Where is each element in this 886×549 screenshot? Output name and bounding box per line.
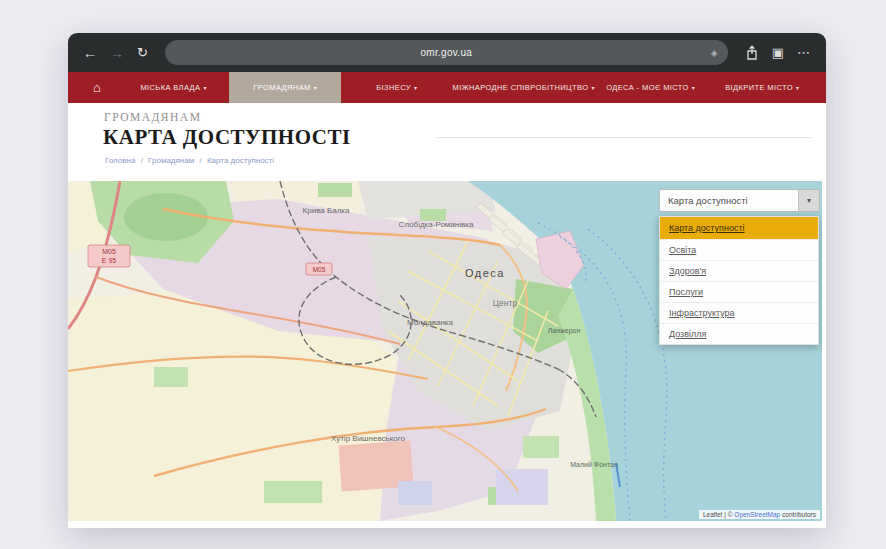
chevron-down-icon: ▾ bbox=[414, 84, 417, 91]
home-icon[interactable]: ⌂ bbox=[76, 72, 118, 103]
map-label: Центр bbox=[493, 298, 518, 308]
dropdown-option-dozvillya[interactable]: Дозвілля bbox=[660, 323, 818, 344]
chevron-down-icon: ▾ bbox=[807, 196, 811, 205]
forward-icon[interactable]: → bbox=[110, 46, 124, 60]
url-badge-icon[interactable]: ◈ bbox=[711, 48, 718, 58]
page-content: ГРОМАДЯНАМ КАРТА ДОСТУПНОСТІ Головна / Г… bbox=[68, 103, 826, 528]
breadcrumb-hromadianam[interactable]: Громадянам bbox=[148, 156, 194, 165]
breadcrumb-separator: / bbox=[199, 156, 201, 165]
chevron-down-icon: ▾ bbox=[314, 84, 317, 91]
map-label: Крива Балка bbox=[303, 206, 350, 215]
map-label: Ланжерон bbox=[548, 327, 581, 335]
nav-item-biznesu[interactable]: БІЗНЕСУ ▾ bbox=[341, 72, 453, 103]
new-tab-icon[interactable]: ▣ bbox=[772, 45, 784, 60]
map-label: Хутір Вишневського bbox=[331, 434, 405, 443]
road-badge-m05-small: М05 bbox=[306, 263, 332, 275]
map: М05 Е 95 М05 Крива Балка Слобідка-Романі… bbox=[68, 181, 822, 521]
reload-icon[interactable]: ↻ bbox=[137, 46, 148, 59]
dropdown-option-zdorovya[interactable]: Здоров'я bbox=[660, 260, 818, 281]
chevron-down-icon: ▾ bbox=[692, 84, 695, 91]
svg-text:М05: М05 bbox=[102, 248, 116, 255]
attribution-osm-link[interactable]: OpenStreetMap bbox=[734, 511, 780, 518]
dropdown-option-posluhy[interactable]: Послуги bbox=[660, 281, 818, 302]
road-badge-m05: М05 Е 95 bbox=[88, 245, 130, 267]
nav-item-label: БІЗНЕСУ bbox=[376, 83, 411, 92]
page-title: КАРТА ДОСТУПНОСТІ bbox=[103, 125, 351, 150]
breadcrumb-current: Карта доступності bbox=[207, 156, 274, 165]
nav-item-vidkryte-misto[interactable]: ВІДКРИТЕ МІСТО ▾ bbox=[706, 72, 818, 103]
section-label: ГРОМАДЯНАМ bbox=[104, 111, 826, 123]
chevron-down-icon: ▾ bbox=[591, 84, 594, 91]
chevron-down-icon: ▾ bbox=[796, 84, 799, 91]
nav-item-label: ГРОМАДЯНАМ bbox=[253, 83, 310, 92]
url-text: omr.gov.ua bbox=[420, 47, 472, 58]
browser-toolbar: ← → ↻ omr.gov.ua ◈ ▣ ⋯ bbox=[68, 33, 826, 72]
map-attribution: Leaflet | © OpenStreetMap contributors bbox=[699, 510, 820, 519]
nav-item-odesa-moe-misto[interactable]: ОДЕСА - МОЄ МІСТО ▾ bbox=[595, 72, 707, 103]
category-select[interactable]: Карта доступності ▾ bbox=[659, 189, 820, 212]
nav-item-miska-vlada[interactable]: МІСЬКА ВЛАДА ▾ bbox=[118, 72, 230, 103]
category-select-value: Карта доступності bbox=[660, 195, 798, 206]
browser-window: ← → ↻ omr.gov.ua ◈ ▣ ⋯ ⌂ МІСЬКА ВЛАДА ▾ bbox=[68, 33, 826, 528]
attribution-prefix: Leaflet | © bbox=[703, 511, 734, 518]
nav-item-label: ОДЕСА - МОЄ МІСТО bbox=[606, 83, 689, 92]
main-navigation: ⌂ МІСЬКА ВЛАДА ▾ ГРОМАДЯНАМ ▾ БІЗНЕСУ ▾ … bbox=[68, 72, 826, 103]
nav-item-label: МІСЬКА ВЛАДА bbox=[140, 83, 200, 92]
breadcrumb-home[interactable]: Головна bbox=[105, 156, 135, 165]
attribution-suffix: contributors bbox=[780, 511, 816, 518]
menu-icon[interactable]: ⋯ bbox=[797, 45, 811, 60]
select-arrow-button[interactable]: ▾ bbox=[798, 190, 819, 211]
breadcrumb-separator: / bbox=[141, 156, 143, 165]
map-label: Слобідка-Романівка bbox=[399, 220, 474, 229]
breadcrumb: Головна / Громадянам / Карта доступності bbox=[105, 156, 826, 165]
map-label-city: Одеса bbox=[465, 267, 505, 279]
nav-item-mizhnarodne[interactable]: МІЖНАРОДНЕ СПІВРОБІТНИЦТВО ▾ bbox=[453, 72, 595, 103]
nav-item-label: МІЖНАРОДНЕ СПІВРОБІТНИЦТВО bbox=[453, 83, 589, 92]
nav-item-label: ВІДКРИТЕ МІСТО bbox=[725, 83, 793, 92]
dropdown-option-osvita[interactable]: Освіта bbox=[660, 239, 818, 260]
desktop-background: ← → ↻ omr.gov.ua ◈ ▣ ⋯ ⌂ МІСЬКА ВЛАДА ▾ bbox=[0, 0, 886, 549]
share-icon[interactable] bbox=[745, 45, 759, 61]
category-dropdown: Карта доступності Освіта Здоров'я Послуг… bbox=[659, 216, 819, 345]
title-divider bbox=[436, 137, 812, 138]
map-label: Малий Фонтан bbox=[570, 461, 618, 468]
url-bar[interactable]: omr.gov.ua ◈ bbox=[165, 40, 728, 65]
dropdown-option-infrastruktura[interactable]: Інфраструктура bbox=[660, 302, 818, 323]
svg-text:Е 95: Е 95 bbox=[102, 257, 117, 264]
back-icon[interactable]: ← bbox=[83, 46, 97, 60]
dropdown-option-karta-dostupnosti[interactable]: Карта доступності bbox=[660, 217, 818, 239]
nav-item-hromadianam[interactable]: ГРОМАДЯНАМ ▾ bbox=[229, 72, 341, 103]
svg-text:М05: М05 bbox=[313, 266, 326, 273]
map-label: Молдаванка bbox=[407, 318, 454, 327]
chevron-down-icon: ▾ bbox=[203, 84, 206, 91]
